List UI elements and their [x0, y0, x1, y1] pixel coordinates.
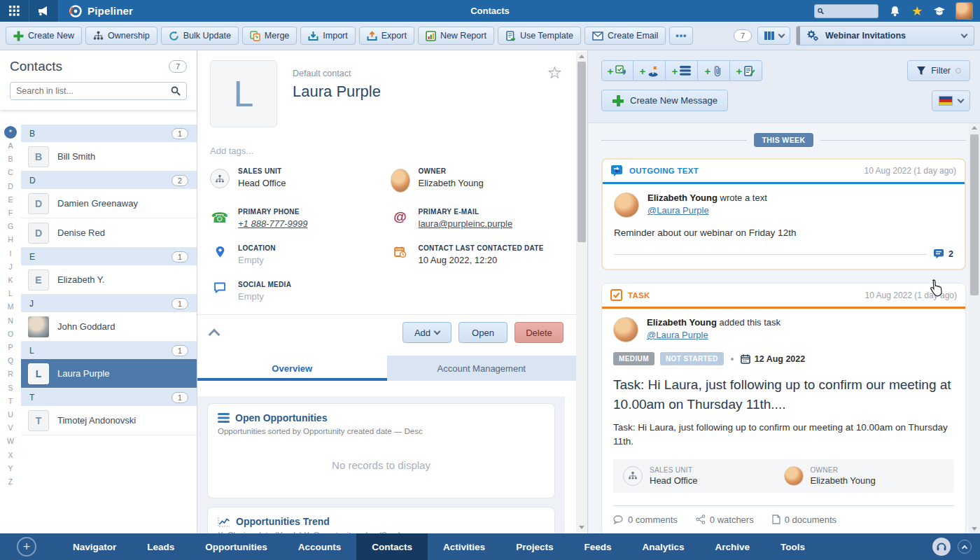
divider: [613, 505, 954, 506]
email-link[interactable]: laura@purpleinc.purple: [419, 218, 513, 229]
priority-badge: MEDIUM: [613, 352, 654, 365]
delete-button[interactable]: Delete: [514, 322, 564, 343]
nav-leads[interactable]: Leads: [132, 533, 190, 560]
create-new-button[interactable]: Create New: [6, 27, 82, 45]
nav-opportunities[interactable]: Opportunities: [190, 533, 283, 560]
view-mode-button[interactable]: [757, 27, 790, 45]
documents-link[interactable]: 0 documents: [772, 514, 836, 525]
new-report-button[interactable]: New Report: [418, 27, 494, 45]
mention-link[interactable]: @Laura Purple: [648, 205, 709, 216]
collapse-panel-icon[interactable]: [209, 328, 220, 340]
rail-letters[interactable]: A B C D E F G H I J K L M N O P Q R S T …: [0, 139, 21, 489]
list-item[interactable]: B Bill Smith: [21, 142, 197, 172]
learning-cap-icon[interactable]: [933, 5, 946, 18]
add-attachment-button[interactable]: +: [698, 60, 730, 81]
card-title: Opportunities Trend: [236, 516, 330, 527]
list-item[interactable]: E Elizabeth Y.: [21, 265, 197, 295]
global-search[interactable]: [814, 4, 878, 18]
ownership-icon: [93, 31, 104, 41]
tab-overview[interactable]: Overview: [197, 356, 387, 381]
nav-archive[interactable]: Archive: [699, 533, 765, 560]
nav-analytics[interactable]: Analytics: [626, 533, 699, 560]
user-avatar[interactable]: [955, 2, 973, 20]
plus-icon: +: [736, 65, 743, 77]
nav-accounts[interactable]: Accounts: [283, 533, 357, 560]
list-item[interactable]: D Damien Greenaway: [21, 189, 197, 218]
merge-button[interactable]: Merge: [242, 27, 297, 45]
global-search-input[interactable]: [826, 7, 875, 15]
nav-navigator[interactable]: Navigator: [57, 533, 132, 560]
flag-icon: [648, 65, 659, 77]
announcements-button[interactable]: [29, 0, 59, 22]
list-search[interactable]: [10, 82, 187, 100]
contact-initial-avatar: E: [28, 270, 49, 290]
center-scrollbar[interactable]: [576, 52, 587, 532]
nav-projects[interactable]: Projects: [500, 533, 568, 560]
list-icon: [218, 413, 230, 423]
notifications-bell-icon[interactable]: [888, 5, 901, 18]
comments-count[interactable]: 2: [934, 249, 953, 259]
add-milestone-button[interactable]: +: [634, 60, 666, 81]
nav-feeds[interactable]: Feeds: [568, 533, 626, 560]
comments-link[interactable]: 0 comments: [613, 514, 678, 525]
use-template-button[interactable]: Use Template: [498, 27, 581, 45]
contact-initial-avatar: D: [28, 223, 49, 244]
support-headset-icon[interactable]: [932, 538, 951, 556]
watchers-link[interactable]: 0 watchers: [696, 514, 754, 525]
group-letter: B: [29, 129, 35, 139]
create-new-message-button[interactable]: Create New Message: [601, 90, 728, 111]
add-note-button[interactable]: +: [730, 60, 762, 81]
list-item-selected[interactable]: L Laura Purple: [21, 359, 197, 388]
create-email-button[interactable]: Create Email: [584, 27, 666, 45]
empty-state-text: No records to display: [218, 435, 545, 489]
scroll-down-arrow[interactable]: [972, 527, 977, 531]
add-task-button[interactable]: +: [601, 60, 634, 81]
phone-link[interactable]: +1 888-777-9999: [238, 218, 307, 229]
feed-card-date: 10 Aug 2022 (1 day ago): [865, 290, 957, 300]
list-item[interactable]: T Timotej Andonovski: [21, 406, 197, 435]
quick-create-button[interactable]: +: [17, 537, 36, 556]
drag-handle: [797, 27, 800, 45]
add-list-item-button[interactable]: +: [666, 60, 698, 81]
topbar-actions: ★: [814, 2, 980, 20]
open-button[interactable]: Open: [458, 322, 507, 343]
list-search-input[interactable]: [16, 86, 171, 96]
import-button[interactable]: Import: [300, 27, 355, 45]
field-label: PRIMARY E-MAIL: [419, 208, 513, 216]
list-item[interactable]: John Goddard: [21, 312, 197, 342]
feed-filter-button[interactable]: Filter: [907, 60, 970, 81]
language-flag-button[interactable]: [932, 90, 970, 111]
scroll-down-arrow[interactable]: [579, 526, 584, 529]
mention-link[interactable]: @Laura Purple: [647, 330, 708, 340]
app-grid-button[interactable]: [0, 0, 29, 22]
sales-unit-icon: [210, 169, 230, 188]
feed-card-outgoing-text[interactable]: OUTGOING TEXT 10 Aug 2022 (1 day ago) El…: [601, 158, 966, 270]
create-new-label: Create New: [28, 31, 74, 41]
nav-tools[interactable]: Tools: [765, 533, 820, 560]
feed-card-task[interactable]: TASK 10 Aug 2022 (1 day ago) Elizabeth Y…: [601, 283, 966, 533]
add-tags-field[interactable]: Add tags...: [197, 127, 576, 159]
rail-all-filter[interactable]: *: [4, 126, 17, 139]
scroll-up-arrow[interactable]: [972, 126, 977, 130]
add-button[interactable]: Add: [402, 322, 451, 343]
tab-account-management[interactable]: Account Management: [387, 356, 577, 381]
collapse-nav-button[interactable]: [958, 540, 972, 554]
scrollbar-thumb[interactable]: [578, 62, 586, 242]
list-item[interactable]: D Denise Red: [21, 218, 197, 248]
field-value: 10 Aug 2022, 12:20: [419, 255, 544, 265]
feed-scrollbar[interactable]: [969, 123, 980, 533]
bulk-update-button[interactable]: Bulk Update: [161, 27, 239, 45]
sales-unit-icon: [623, 466, 643, 486]
scroll-up-arrow[interactable]: [579, 55, 584, 58]
ownership-button[interactable]: Ownership: [85, 27, 158, 45]
nav-activities[interactable]: Activities: [428, 533, 500, 560]
app-name: Pipeliner: [88, 5, 133, 17]
more-actions-button[interactable]: •••: [669, 27, 693, 45]
saved-view-select[interactable]: Webinar Invitations: [796, 26, 974, 46]
export-button[interactable]: Export: [359, 27, 414, 45]
favorite-star-icon[interactable]: ☆: [547, 63, 562, 83]
favorites-star-icon[interactable]: ★: [911, 5, 923, 18]
scrollbar-thumb[interactable]: [970, 134, 979, 295]
app-logo[interactable]: Pipeliner: [59, 4, 133, 18]
nav-contacts[interactable]: Contacts: [356, 533, 428, 560]
